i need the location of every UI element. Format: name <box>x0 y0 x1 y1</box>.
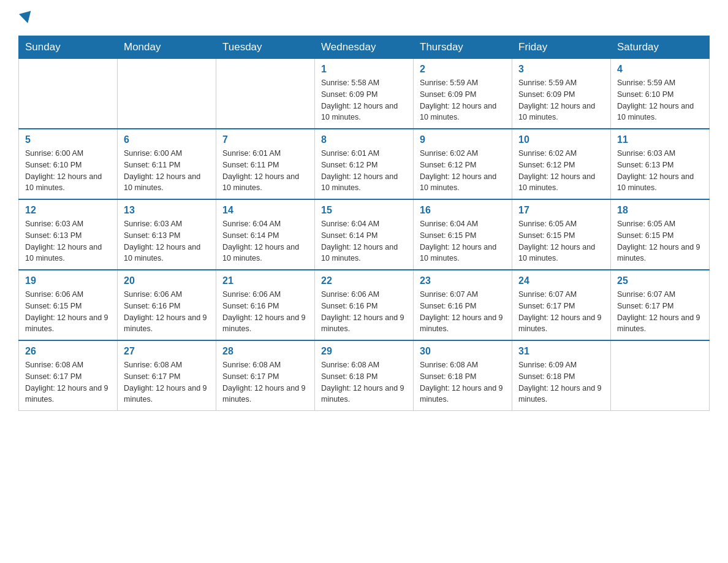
day-number: 5 <box>25 134 111 145</box>
calendar-day-cell: 1Sunrise: 5:58 AMSunset: 6:09 PMDaylight… <box>315 59 414 129</box>
day-number: 11 <box>617 134 703 145</box>
day-number: 7 <box>222 134 308 145</box>
day-number: 14 <box>222 205 308 216</box>
day-info: Sunrise: 6:04 AMSunset: 6:15 PMDaylight:… <box>420 218 506 264</box>
calendar-day-cell: 31Sunrise: 6:09 AMSunset: 6:18 PMDayligh… <box>512 340 611 411</box>
day-number: 3 <box>518 64 604 75</box>
day-number: 21 <box>222 275 308 286</box>
day-info: Sunrise: 6:06 AMSunset: 6:16 PMDaylight:… <box>222 289 308 335</box>
calendar-day-cell: 28Sunrise: 6:08 AMSunset: 6:17 PMDayligh… <box>216 340 315 411</box>
day-info: Sunrise: 5:59 AMSunset: 6:10 PMDaylight:… <box>617 77 703 123</box>
calendar-day-cell: 4Sunrise: 5:59 AMSunset: 6:10 PMDaylight… <box>611 59 710 129</box>
calendar-week-row: 26Sunrise: 6:08 AMSunset: 6:17 PMDayligh… <box>19 340 710 411</box>
day-info: Sunrise: 6:05 AMSunset: 6:15 PMDaylight:… <box>617 218 703 264</box>
calendar-day-cell: 20Sunrise: 6:06 AMSunset: 6:16 PMDayligh… <box>118 270 216 340</box>
calendar-day-cell: 3Sunrise: 5:59 AMSunset: 6:09 PMDaylight… <box>512 59 611 129</box>
day-number: 20 <box>124 275 210 286</box>
day-info: Sunrise: 6:06 AMSunset: 6:15 PMDaylight:… <box>25 289 111 335</box>
day-of-week-header: Thursday <box>414 36 512 59</box>
day-info: Sunrise: 6:08 AMSunset: 6:18 PMDaylight:… <box>321 359 407 405</box>
day-info: Sunrise: 6:07 AMSunset: 6:17 PMDaylight:… <box>617 289 703 335</box>
calendar-day-cell: 12Sunrise: 6:03 AMSunset: 6:13 PMDayligh… <box>19 199 118 270</box>
day-of-week-header: Sunday <box>19 36 118 59</box>
calendar-week-row: 19Sunrise: 6:06 AMSunset: 6:15 PMDayligh… <box>19 270 710 340</box>
day-info: Sunrise: 5:59 AMSunset: 6:09 PMDaylight:… <box>420 77 506 123</box>
calendar-day-cell: 18Sunrise: 6:05 AMSunset: 6:15 PMDayligh… <box>611 199 710 270</box>
day-number: 4 <box>617 64 703 75</box>
calendar-day-cell <box>118 59 216 129</box>
day-info: Sunrise: 6:08 AMSunset: 6:17 PMDaylight:… <box>222 359 308 405</box>
day-number: 23 <box>420 275 506 286</box>
day-number: 18 <box>617 205 703 216</box>
day-info: Sunrise: 6:05 AMSunset: 6:15 PMDaylight:… <box>518 218 604 264</box>
calendar-day-cell: 26Sunrise: 6:08 AMSunset: 6:17 PMDayligh… <box>19 340 118 411</box>
day-info: Sunrise: 6:03 AMSunset: 6:13 PMDaylight:… <box>25 218 111 264</box>
day-of-week-header: Friday <box>512 36 611 59</box>
day-number: 9 <box>420 134 506 145</box>
day-number: 13 <box>124 205 210 216</box>
day-info: Sunrise: 6:06 AMSunset: 6:16 PMDaylight:… <box>124 289 210 335</box>
day-number: 29 <box>321 346 407 357</box>
calendar-day-cell: 25Sunrise: 6:07 AMSunset: 6:17 PMDayligh… <box>611 270 710 340</box>
calendar-day-cell: 24Sunrise: 6:07 AMSunset: 6:17 PMDayligh… <box>512 270 611 340</box>
calendar-week-row: 5Sunrise: 6:00 AMSunset: 6:10 PMDaylight… <box>19 129 710 199</box>
day-number: 10 <box>518 134 604 145</box>
calendar-day-cell: 11Sunrise: 6:03 AMSunset: 6:13 PMDayligh… <box>611 129 710 199</box>
logo <box>18 12 34 23</box>
day-of-week-header: Monday <box>118 36 216 59</box>
day-info: Sunrise: 6:06 AMSunset: 6:16 PMDaylight:… <box>321 289 407 335</box>
day-number: 24 <box>518 275 604 286</box>
day-info: Sunrise: 6:01 AMSunset: 6:12 PMDaylight:… <box>321 148 407 194</box>
day-number: 16 <box>420 205 506 216</box>
calendar-day-cell: 23Sunrise: 6:07 AMSunset: 6:16 PMDayligh… <box>414 270 512 340</box>
logo-area <box>18 12 34 23</box>
day-info: Sunrise: 6:09 AMSunset: 6:18 PMDaylight:… <box>518 359 604 405</box>
day-of-week-header: Saturday <box>611 36 710 59</box>
day-info: Sunrise: 6:03 AMSunset: 6:13 PMDaylight:… <box>617 148 703 194</box>
day-of-week-header: Wednesday <box>315 36 414 59</box>
day-of-week-header: Tuesday <box>216 36 315 59</box>
calendar-day-cell: 16Sunrise: 6:04 AMSunset: 6:15 PMDayligh… <box>414 199 512 270</box>
logo-triangle-icon <box>19 11 34 25</box>
day-number: 17 <box>518 205 604 216</box>
day-number: 25 <box>617 275 703 286</box>
calendar-day-cell: 30Sunrise: 6:08 AMSunset: 6:18 PMDayligh… <box>414 340 512 411</box>
calendar-day-cell: 5Sunrise: 6:00 AMSunset: 6:10 PMDaylight… <box>19 129 118 199</box>
day-number: 12 <box>25 205 111 216</box>
calendar-day-cell <box>611 340 710 411</box>
calendar-day-cell: 13Sunrise: 6:03 AMSunset: 6:13 PMDayligh… <box>118 199 216 270</box>
day-info: Sunrise: 6:00 AMSunset: 6:11 PMDaylight:… <box>124 148 210 194</box>
day-info: Sunrise: 6:03 AMSunset: 6:13 PMDaylight:… <box>124 218 210 264</box>
calendar-day-cell: 15Sunrise: 6:04 AMSunset: 6:14 PMDayligh… <box>315 199 414 270</box>
day-number: 19 <box>25 275 111 286</box>
calendar-day-cell: 10Sunrise: 6:02 AMSunset: 6:12 PMDayligh… <box>512 129 611 199</box>
calendar-day-cell: 17Sunrise: 6:05 AMSunset: 6:15 PMDayligh… <box>512 199 611 270</box>
day-info: Sunrise: 6:02 AMSunset: 6:12 PMDaylight:… <box>518 148 604 194</box>
day-number: 28 <box>222 346 308 357</box>
calendar-table: SundayMondayTuesdayWednesdayThursdayFrid… <box>18 36 710 411</box>
day-number: 27 <box>124 346 210 357</box>
calendar-day-cell: 9Sunrise: 6:02 AMSunset: 6:12 PMDaylight… <box>414 129 512 199</box>
day-info: Sunrise: 6:02 AMSunset: 6:12 PMDaylight:… <box>420 148 506 194</box>
day-number: 26 <box>25 346 111 357</box>
day-number: 30 <box>420 346 506 357</box>
calendar-week-row: 12Sunrise: 6:03 AMSunset: 6:13 PMDayligh… <box>19 199 710 270</box>
day-info: Sunrise: 5:59 AMSunset: 6:09 PMDaylight:… <box>518 77 604 123</box>
calendar-day-cell: 22Sunrise: 6:06 AMSunset: 6:16 PMDayligh… <box>315 270 414 340</box>
calendar-day-cell: 29Sunrise: 6:08 AMSunset: 6:18 PMDayligh… <box>315 340 414 411</box>
day-number: 22 <box>321 275 407 286</box>
day-number: 8 <box>321 134 407 145</box>
calendar-day-cell: 14Sunrise: 6:04 AMSunset: 6:14 PMDayligh… <box>216 199 315 270</box>
day-info: Sunrise: 6:00 AMSunset: 6:10 PMDaylight:… <box>25 148 111 194</box>
calendar-day-cell: 8Sunrise: 6:01 AMSunset: 6:12 PMDaylight… <box>315 129 414 199</box>
calendar-day-cell: 6Sunrise: 6:00 AMSunset: 6:11 PMDaylight… <box>118 129 216 199</box>
calendar-day-cell: 21Sunrise: 6:06 AMSunset: 6:16 PMDayligh… <box>216 270 315 340</box>
day-info: Sunrise: 6:08 AMSunset: 6:17 PMDaylight:… <box>25 359 111 405</box>
calendar-day-cell: 7Sunrise: 6:01 AMSunset: 6:11 PMDaylight… <box>216 129 315 199</box>
day-info: Sunrise: 5:58 AMSunset: 6:09 PMDaylight:… <box>321 77 407 123</box>
day-info: Sunrise: 6:04 AMSunset: 6:14 PMDaylight:… <box>222 218 308 264</box>
calendar-day-cell: 27Sunrise: 6:08 AMSunset: 6:17 PMDayligh… <box>118 340 216 411</box>
calendar-day-cell <box>216 59 315 129</box>
day-number: 2 <box>420 64 506 75</box>
page-header <box>18 12 710 23</box>
